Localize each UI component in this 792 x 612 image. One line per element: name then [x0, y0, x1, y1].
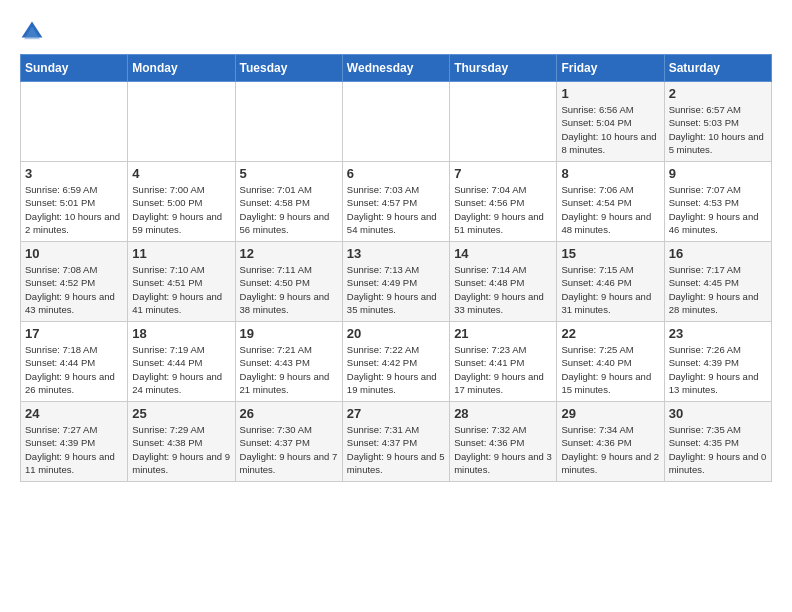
- day-cell: [128, 82, 235, 162]
- day-cell: 9Sunrise: 7:07 AM Sunset: 4:53 PM Daylig…: [664, 162, 771, 242]
- day-cell: 29Sunrise: 7:34 AM Sunset: 4:36 PM Dayli…: [557, 402, 664, 482]
- day-number: 11: [132, 246, 230, 261]
- day-number: 24: [25, 406, 123, 421]
- day-cell: 13Sunrise: 7:13 AM Sunset: 4:49 PM Dayli…: [342, 242, 449, 322]
- day-cell: 17Sunrise: 7:18 AM Sunset: 4:44 PM Dayli…: [21, 322, 128, 402]
- day-cell: 22Sunrise: 7:25 AM Sunset: 4:40 PM Dayli…: [557, 322, 664, 402]
- day-info: Sunrise: 7:13 AM Sunset: 4:49 PM Dayligh…: [347, 263, 445, 316]
- day-cell: 27Sunrise: 7:31 AM Sunset: 4:37 PM Dayli…: [342, 402, 449, 482]
- day-info: Sunrise: 7:25 AM Sunset: 4:40 PM Dayligh…: [561, 343, 659, 396]
- day-cell: 14Sunrise: 7:14 AM Sunset: 4:48 PM Dayli…: [450, 242, 557, 322]
- day-cell: [235, 82, 342, 162]
- day-cell: 8Sunrise: 7:06 AM Sunset: 4:54 PM Daylig…: [557, 162, 664, 242]
- day-info: Sunrise: 7:01 AM Sunset: 4:58 PM Dayligh…: [240, 183, 338, 236]
- day-number: 22: [561, 326, 659, 341]
- day-info: Sunrise: 7:30 AM Sunset: 4:37 PM Dayligh…: [240, 423, 338, 476]
- day-cell: 5Sunrise: 7:01 AM Sunset: 4:58 PM Daylig…: [235, 162, 342, 242]
- day-cell: 23Sunrise: 7:26 AM Sunset: 4:39 PM Dayli…: [664, 322, 771, 402]
- day-number: 4: [132, 166, 230, 181]
- page-header: [20, 20, 772, 44]
- day-info: Sunrise: 7:07 AM Sunset: 4:53 PM Dayligh…: [669, 183, 767, 236]
- day-number: 2: [669, 86, 767, 101]
- day-info: Sunrise: 7:29 AM Sunset: 4:38 PM Dayligh…: [132, 423, 230, 476]
- day-number: 5: [240, 166, 338, 181]
- day-number: 27: [347, 406, 445, 421]
- day-number: 30: [669, 406, 767, 421]
- day-cell: 28Sunrise: 7:32 AM Sunset: 4:36 PM Dayli…: [450, 402, 557, 482]
- day-number: 21: [454, 326, 552, 341]
- day-info: Sunrise: 7:21 AM Sunset: 4:43 PM Dayligh…: [240, 343, 338, 396]
- header-thursday: Thursday: [450, 55, 557, 82]
- day-info: Sunrise: 7:18 AM Sunset: 4:44 PM Dayligh…: [25, 343, 123, 396]
- day-number: 1: [561, 86, 659, 101]
- day-info: Sunrise: 7:19 AM Sunset: 4:44 PM Dayligh…: [132, 343, 230, 396]
- header-sunday: Sunday: [21, 55, 128, 82]
- day-info: Sunrise: 6:57 AM Sunset: 5:03 PM Dayligh…: [669, 103, 767, 156]
- day-info: Sunrise: 7:34 AM Sunset: 4:36 PM Dayligh…: [561, 423, 659, 476]
- day-cell: 10Sunrise: 7:08 AM Sunset: 4:52 PM Dayli…: [21, 242, 128, 322]
- day-info: Sunrise: 7:06 AM Sunset: 4:54 PM Dayligh…: [561, 183, 659, 236]
- day-info: Sunrise: 7:31 AM Sunset: 4:37 PM Dayligh…: [347, 423, 445, 476]
- day-info: Sunrise: 7:22 AM Sunset: 4:42 PM Dayligh…: [347, 343, 445, 396]
- day-cell: 26Sunrise: 7:30 AM Sunset: 4:37 PM Dayli…: [235, 402, 342, 482]
- day-info: Sunrise: 7:00 AM Sunset: 5:00 PM Dayligh…: [132, 183, 230, 236]
- day-number: 17: [25, 326, 123, 341]
- day-number: 15: [561, 246, 659, 261]
- day-info: Sunrise: 6:56 AM Sunset: 5:04 PM Dayligh…: [561, 103, 659, 156]
- day-info: Sunrise: 7:32 AM Sunset: 4:36 PM Dayligh…: [454, 423, 552, 476]
- day-cell: 6Sunrise: 7:03 AM Sunset: 4:57 PM Daylig…: [342, 162, 449, 242]
- day-number: 14: [454, 246, 552, 261]
- day-cell: 25Sunrise: 7:29 AM Sunset: 4:38 PM Dayli…: [128, 402, 235, 482]
- day-number: 8: [561, 166, 659, 181]
- logo: [20, 20, 48, 44]
- header-tuesday: Tuesday: [235, 55, 342, 82]
- day-cell: 15Sunrise: 7:15 AM Sunset: 4:46 PM Dayli…: [557, 242, 664, 322]
- day-info: Sunrise: 7:27 AM Sunset: 4:39 PM Dayligh…: [25, 423, 123, 476]
- day-number: 3: [25, 166, 123, 181]
- day-cell: [21, 82, 128, 162]
- day-cell: 12Sunrise: 7:11 AM Sunset: 4:50 PM Dayli…: [235, 242, 342, 322]
- day-info: Sunrise: 6:59 AM Sunset: 5:01 PM Dayligh…: [25, 183, 123, 236]
- day-number: 9: [669, 166, 767, 181]
- day-cell: 20Sunrise: 7:22 AM Sunset: 4:42 PM Dayli…: [342, 322, 449, 402]
- day-cell: 16Sunrise: 7:17 AM Sunset: 4:45 PM Dayli…: [664, 242, 771, 322]
- header-wednesday: Wednesday: [342, 55, 449, 82]
- header-friday: Friday: [557, 55, 664, 82]
- day-number: 23: [669, 326, 767, 341]
- day-number: 18: [132, 326, 230, 341]
- day-cell: 24Sunrise: 7:27 AM Sunset: 4:39 PM Dayli…: [21, 402, 128, 482]
- day-number: 25: [132, 406, 230, 421]
- day-cell: 4Sunrise: 7:00 AM Sunset: 5:00 PM Daylig…: [128, 162, 235, 242]
- day-cell: [450, 82, 557, 162]
- calendar-header: SundayMondayTuesdayWednesdayThursdayFrid…: [21, 55, 772, 82]
- day-cell: 7Sunrise: 7:04 AM Sunset: 4:56 PM Daylig…: [450, 162, 557, 242]
- day-info: Sunrise: 7:23 AM Sunset: 4:41 PM Dayligh…: [454, 343, 552, 396]
- day-cell: [342, 82, 449, 162]
- logo-icon: [20, 20, 44, 44]
- day-number: 28: [454, 406, 552, 421]
- week-row-1: 1Sunrise: 6:56 AM Sunset: 5:04 PM Daylig…: [21, 82, 772, 162]
- day-number: 10: [25, 246, 123, 261]
- day-cell: 30Sunrise: 7:35 AM Sunset: 4:35 PM Dayli…: [664, 402, 771, 482]
- day-cell: 11Sunrise: 7:10 AM Sunset: 4:51 PM Dayli…: [128, 242, 235, 322]
- day-number: 19: [240, 326, 338, 341]
- day-number: 20: [347, 326, 445, 341]
- day-cell: 19Sunrise: 7:21 AM Sunset: 4:43 PM Dayli…: [235, 322, 342, 402]
- header-saturday: Saturday: [664, 55, 771, 82]
- week-row-2: 3Sunrise: 6:59 AM Sunset: 5:01 PM Daylig…: [21, 162, 772, 242]
- day-info: Sunrise: 7:26 AM Sunset: 4:39 PM Dayligh…: [669, 343, 767, 396]
- week-row-3: 10Sunrise: 7:08 AM Sunset: 4:52 PM Dayli…: [21, 242, 772, 322]
- day-cell: 3Sunrise: 6:59 AM Sunset: 5:01 PM Daylig…: [21, 162, 128, 242]
- day-info: Sunrise: 7:15 AM Sunset: 4:46 PM Dayligh…: [561, 263, 659, 316]
- day-info: Sunrise: 7:35 AM Sunset: 4:35 PM Dayligh…: [669, 423, 767, 476]
- header-row: SundayMondayTuesdayWednesdayThursdayFrid…: [21, 55, 772, 82]
- calendar-body: 1Sunrise: 6:56 AM Sunset: 5:04 PM Daylig…: [21, 82, 772, 482]
- calendar-table: SundayMondayTuesdayWednesdayThursdayFrid…: [20, 54, 772, 482]
- day-info: Sunrise: 7:11 AM Sunset: 4:50 PM Dayligh…: [240, 263, 338, 316]
- day-number: 12: [240, 246, 338, 261]
- day-info: Sunrise: 7:14 AM Sunset: 4:48 PM Dayligh…: [454, 263, 552, 316]
- day-cell: 1Sunrise: 6:56 AM Sunset: 5:04 PM Daylig…: [557, 82, 664, 162]
- day-info: Sunrise: 7:10 AM Sunset: 4:51 PM Dayligh…: [132, 263, 230, 316]
- day-info: Sunrise: 7:04 AM Sunset: 4:56 PM Dayligh…: [454, 183, 552, 236]
- day-cell: 21Sunrise: 7:23 AM Sunset: 4:41 PM Dayli…: [450, 322, 557, 402]
